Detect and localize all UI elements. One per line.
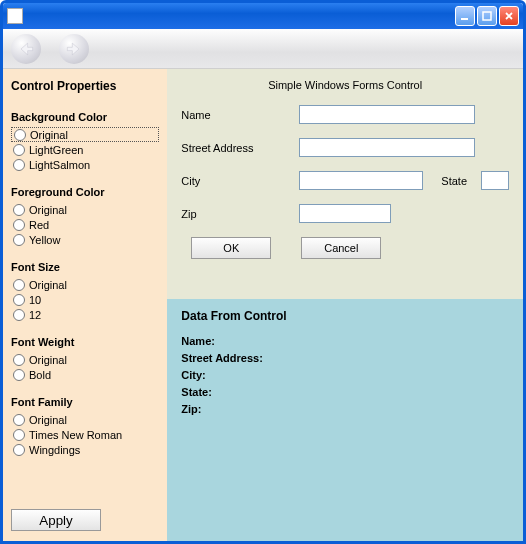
- data-label-state: State:: [181, 386, 212, 398]
- toolbar: [3, 29, 523, 69]
- street-field[interactable]: [299, 138, 475, 157]
- label-name: Name: [181, 109, 299, 121]
- radio-bg-lightsalmon[interactable]: LightSalmon: [11, 157, 159, 172]
- radio-fg-red[interactable]: Red: [11, 217, 159, 232]
- radio-input[interactable]: [13, 309, 25, 321]
- group-weight-title: Font Weight: [11, 336, 159, 348]
- radio-input[interactable]: [13, 159, 25, 171]
- group-family-title: Font Family: [11, 396, 159, 408]
- label-zip: Zip: [181, 208, 299, 220]
- data-heading: Data From Control: [181, 309, 509, 323]
- radio-input[interactable]: [13, 414, 25, 426]
- group-bg: Original LightGreen LightSalmon: [11, 127, 159, 172]
- maximize-button[interactable]: [477, 6, 497, 26]
- label-state: State: [441, 175, 467, 187]
- cancel-button[interactable]: Cancel: [301, 237, 381, 259]
- state-field[interactable]: [481, 171, 509, 190]
- zip-field[interactable]: [299, 204, 391, 223]
- radio-input[interactable]: [13, 144, 25, 156]
- window: Control Properties Background Color Orig…: [0, 0, 526, 544]
- radio-input[interactable]: [13, 354, 25, 366]
- group-size: Original 10 12: [11, 277, 159, 322]
- radio-size-12[interactable]: 12: [11, 307, 159, 322]
- form-title: Simple Windows Forms Control: [181, 79, 509, 91]
- radio-fg-original[interactable]: Original: [11, 202, 159, 217]
- forward-button[interactable]: [59, 34, 89, 64]
- radio-fg-yellow[interactable]: Yellow: [11, 232, 159, 247]
- apply-button[interactable]: Apply: [11, 509, 101, 531]
- radio-input[interactable]: [13, 279, 25, 291]
- radio-input[interactable]: [13, 219, 25, 231]
- group-weight: Original Bold: [11, 352, 159, 382]
- radio-bg-original[interactable]: Original: [11, 127, 159, 142]
- radio-input[interactable]: [13, 369, 25, 381]
- radio-size-10[interactable]: 10: [11, 292, 159, 307]
- arrow-right-icon: [64, 39, 84, 59]
- city-field[interactable]: [299, 171, 423, 190]
- name-field[interactable]: [299, 105, 475, 124]
- data-panel: Data From Control Name: Street Address: …: [167, 299, 523, 541]
- radio-family-tnr[interactable]: Times New Roman: [11, 427, 159, 442]
- radio-input[interactable]: [13, 204, 25, 216]
- svg-rect-1: [483, 12, 491, 20]
- radio-family-original[interactable]: Original: [11, 412, 159, 427]
- radio-input[interactable]: [13, 294, 25, 306]
- back-button[interactable]: [11, 34, 41, 64]
- titlebar: [3, 3, 523, 29]
- radio-input[interactable]: [14, 129, 26, 141]
- group-fg-title: Foreground Color: [11, 186, 159, 198]
- sidebar: Control Properties Background Color Orig…: [3, 69, 167, 541]
- minimize-button[interactable]: [455, 6, 475, 26]
- form-panel: Simple Windows Forms Control Name Street…: [167, 69, 523, 299]
- radio-weight-original[interactable]: Original: [11, 352, 159, 367]
- radio-family-wingdings[interactable]: Wingdings: [11, 442, 159, 457]
- window-buttons: [455, 6, 519, 26]
- ok-button[interactable]: OK: [191, 237, 271, 259]
- group-size-title: Font Size: [11, 261, 159, 273]
- label-street: Street Address: [181, 142, 299, 154]
- radio-input[interactable]: [13, 429, 25, 441]
- svg-rect-0: [461, 18, 468, 20]
- main-area: Control Properties Background Color Orig…: [3, 69, 523, 541]
- app-icon: [7, 8, 23, 24]
- radio-weight-bold[interactable]: Bold: [11, 367, 159, 382]
- data-label-city: City:: [181, 369, 205, 381]
- arrow-left-icon: [16, 39, 36, 59]
- data-label-zip: Zip:: [181, 403, 201, 415]
- group-fg: Original Red Yellow: [11, 202, 159, 247]
- data-label-street: Street Address:: [181, 352, 263, 364]
- radio-size-original[interactable]: Original: [11, 277, 159, 292]
- close-button[interactable]: [499, 6, 519, 26]
- group-bg-title: Background Color: [11, 111, 159, 123]
- radio-input[interactable]: [13, 234, 25, 246]
- label-city: City: [181, 175, 299, 187]
- data-label-name: Name:: [181, 335, 215, 347]
- sidebar-heading: Control Properties: [11, 79, 159, 93]
- radio-bg-lightgreen[interactable]: LightGreen: [11, 142, 159, 157]
- radio-input[interactable]: [13, 444, 25, 456]
- right-column: Simple Windows Forms Control Name Street…: [167, 69, 523, 541]
- group-family: Original Times New Roman Wingdings: [11, 412, 159, 457]
